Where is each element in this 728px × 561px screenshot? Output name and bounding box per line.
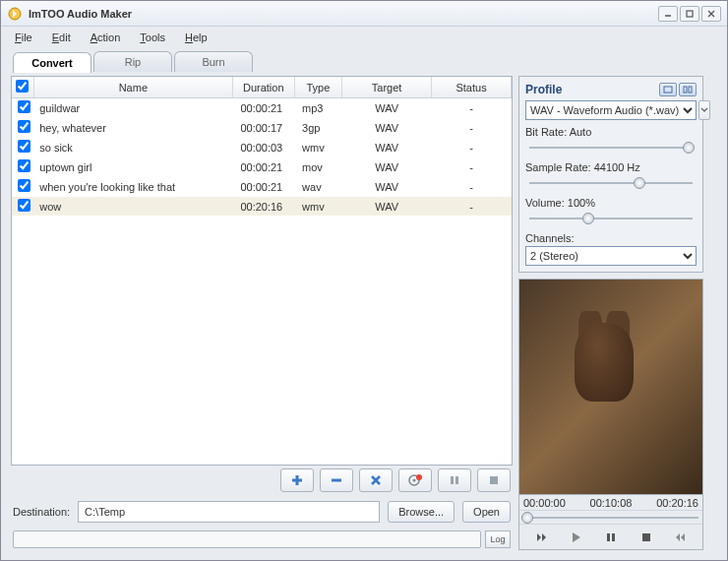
profile-dropdown-icon[interactable] (698, 100, 710, 120)
app-icon (7, 6, 23, 22)
bitrate-slider[interactable] (525, 140, 697, 156)
svg-rect-16 (664, 87, 672, 93)
time-mid: 00:10:08 (590, 497, 633, 509)
add-button[interactable] (280, 468, 314, 492)
clear-button[interactable] (359, 468, 393, 492)
tab-burn[interactable]: Burn (174, 51, 253, 72)
volume-slider[interactable] (525, 211, 697, 226)
profile-apply-all-icon[interactable] (659, 83, 677, 96)
row-check[interactable] (18, 140, 30, 153)
cell-duration: 00:20:16 (232, 197, 294, 217)
svg-rect-20 (612, 533, 615, 541)
convert-button[interactable] (398, 468, 432, 492)
row-check[interactable] (18, 179, 30, 192)
cell-status: - (432, 138, 512, 157)
app-title: ImTOO Audio Maker (29, 8, 658, 20)
row-check[interactable] (18, 199, 30, 212)
cell-type: mp3 (294, 98, 342, 118)
volume-label: Volume: 100% (525, 197, 697, 209)
stop-playback-button[interactable] (635, 529, 658, 546)
play-button[interactable] (564, 529, 587, 546)
destination-input[interactable] (78, 501, 380, 523)
row-check[interactable] (18, 120, 30, 133)
table-row[interactable]: hey, whatever00:00:173gpWAV- (12, 118, 512, 138)
table-row[interactable]: uptown girl00:00:21movWAV- (12, 157, 512, 177)
col-check[interactable] (12, 77, 33, 98)
cell-name: hey, whatever (33, 118, 232, 138)
cell-name: guildwar (33, 98, 232, 118)
tab-rip[interactable]: Rip (93, 51, 172, 72)
samplerate-label: Sample Rate: 44100 Hz (525, 161, 697, 173)
channels-select[interactable]: 2 (Stereo) (525, 246, 697, 266)
cell-status: - (432, 157, 512, 177)
col-duration[interactable]: Duration (232, 77, 294, 98)
tabs: Convert Rip Burn (1, 48, 727, 72)
pause-button[interactable] (438, 468, 471, 492)
menu-edit[interactable]: Edit (52, 31, 71, 43)
left-pane: Name Duration Type Target Status guildwa… (11, 76, 513, 550)
preview-panel: 00:00:00 00:10:08 00:20:16 (518, 279, 703, 550)
svg-rect-17 (684, 87, 687, 93)
cell-name: wow (33, 197, 232, 217)
cell-target: WAV (342, 118, 432, 138)
svg-rect-2 (687, 11, 693, 17)
col-type[interactable]: Type (294, 77, 342, 98)
cell-name: when you're looking like that (33, 177, 232, 197)
check-all[interactable] (16, 80, 29, 93)
tab-convert[interactable]: Convert (13, 52, 91, 73)
table-row[interactable]: guildwar00:00:21mp3WAV- (12, 98, 512, 118)
table-row[interactable]: when you're looking like that00:00:21wav… (12, 177, 512, 197)
cell-type: wmv (294, 138, 342, 157)
row-check[interactable] (18, 100, 30, 113)
next-button[interactable] (669, 529, 693, 546)
pause-playback-button[interactable] (599, 529, 623, 546)
svg-point-11 (413, 479, 416, 482)
col-name[interactable]: Name (33, 77, 232, 98)
cell-name: uptown girl (33, 157, 232, 177)
playback-controls (519, 524, 702, 549)
cell-type: wav (294, 177, 342, 197)
profile-expand-icon[interactable] (679, 83, 697, 96)
minimize-button[interactable] (658, 6, 678, 22)
table-row[interactable]: so sick00:00:03wmvWAV- (12, 138, 512, 157)
cell-name: so sick (33, 138, 232, 157)
table-header: Name Duration Type Target Status (12, 77, 512, 98)
time-start: 00:00:00 (523, 497, 566, 509)
row-check[interactable] (18, 159, 30, 172)
col-target[interactable]: Target (342, 77, 432, 98)
col-status[interactable]: Status (432, 77, 512, 98)
cell-target: WAV (342, 138, 432, 157)
browse-button[interactable]: Browse... (388, 501, 455, 523)
svg-rect-13 (451, 476, 454, 484)
menu-tools[interactable]: Tools (140, 31, 165, 43)
playback-slider[interactable] (519, 510, 702, 524)
app-window: ImTOO Audio Maker File Edit Action Tools… (0, 0, 728, 561)
samplerate-slider[interactable] (525, 175, 697, 191)
menu-file[interactable]: File (15, 31, 32, 43)
cell-status: - (432, 98, 512, 118)
stop-button[interactable] (477, 468, 511, 492)
cell-duration: 00:00:21 (232, 177, 294, 197)
log-button[interactable]: Log (485, 530, 511, 548)
menu-help[interactable]: Help (185, 31, 208, 43)
cell-status: - (432, 118, 512, 138)
menu-action[interactable]: Action (91, 31, 121, 43)
maximize-button[interactable] (680, 6, 699, 22)
table-row[interactable]: wow00:20:16wmvWAV- (12, 197, 512, 217)
svg-rect-15 (490, 476, 498, 484)
cell-duration: 00:00:21 (232, 157, 294, 177)
cell-type: wmv (294, 197, 342, 217)
open-button[interactable]: Open (462, 501, 511, 523)
profile-panel: Profile WAV - Waveform Audio (*.wav) Bit… (518, 76, 703, 273)
close-button[interactable] (701, 6, 721, 22)
progress-bar (13, 530, 481, 548)
time-end: 00:20:16 (656, 497, 698, 509)
channels-label: Channels: (525, 232, 697, 244)
profile-format-select[interactable]: WAV - Waveform Audio (*.wav) (525, 100, 697, 120)
menubar: File Edit Action Tools Help (1, 27, 727, 48)
remove-button[interactable] (320, 468, 353, 492)
cell-target: WAV (342, 197, 432, 217)
list-toolbar (11, 466, 513, 495)
prev-button[interactable] (529, 529, 553, 546)
progress-row: Log (11, 529, 513, 550)
